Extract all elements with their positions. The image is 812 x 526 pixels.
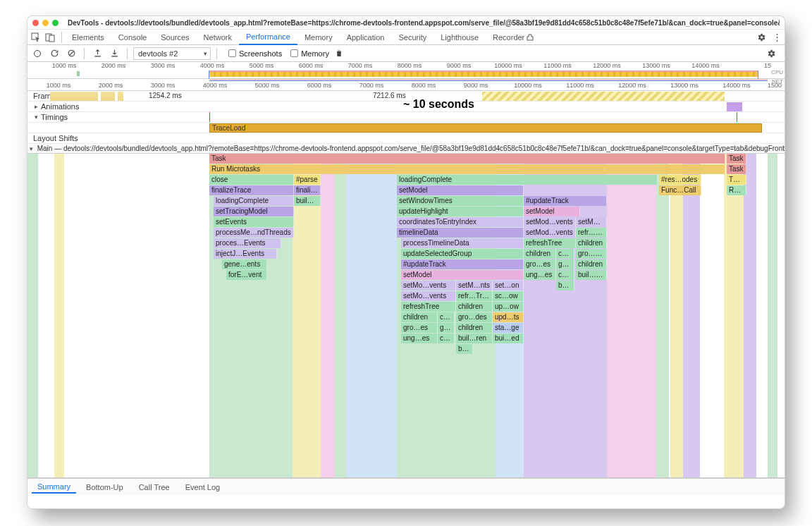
flame-block[interactable]: proces…Events <box>214 238 281 248</box>
tab-elements[interactable]: Elements <box>65 30 111 44</box>
tab-performance[interactable]: Performance <box>239 30 297 45</box>
flame-block[interactable]: buil…lls <box>294 196 321 206</box>
flame-block[interactable]: gro…des <box>456 312 493 322</box>
tab-console[interactable]: Console <box>111 30 154 44</box>
flame-block[interactable]: set…on <box>493 281 524 290</box>
reload-record-button[interactable] <box>47 47 61 61</box>
track-layout-shifts[interactable]: Layout Shifts <box>27 133 785 144</box>
tab-bottom-up[interactable]: Bottom-Up <box>80 482 129 493</box>
flame-block[interactable]: Task <box>727 154 746 164</box>
inspect-element-icon[interactable] <box>30 32 42 42</box>
tab-application[interactable]: Application <box>340 30 392 44</box>
flame-block[interactable]: setWindowTimes <box>397 196 524 206</box>
flame-block[interactable]: R… <box>727 185 746 195</box>
tab-network[interactable]: Network <box>197 30 239 44</box>
flame-block[interactable]: processMe…ndThreads <box>214 228 294 238</box>
flame-block[interactable]: buil…ren <box>576 270 607 280</box>
flame-block[interactable]: #res…odes <box>659 175 701 185</box>
flame-block[interactable]: children <box>576 259 607 269</box>
timeline-ruler[interactable]: 1000 ms 2000 ms 3000 ms 4000 ms 5000 ms … <box>27 81 785 91</box>
flame-chart[interactable]: Task Task Run Microtasks Task close #par… <box>27 154 785 478</box>
flame-block[interactable]: T… <box>727 175 746 185</box>
flame-block[interactable]: updateHighlight <box>397 207 524 216</box>
flame-block[interactable]: loadingComplete <box>214 196 294 206</box>
tab-sources[interactable]: Sources <box>154 30 196 44</box>
flame-block[interactable]: coordinatesToEntryIndex <box>397 217 524 227</box>
flame-block[interactable]: c… <box>438 312 455 322</box>
flame-block[interactable]: upd…ts <box>493 312 524 322</box>
flame-block[interactable]: children <box>401 312 438 322</box>
settings-icon[interactable] <box>756 32 772 42</box>
flame-block[interactable]: buil…ren <box>456 334 493 343</box>
flame-block[interactable]: c… <box>438 334 455 343</box>
flame-block[interactable]: updateSelectedGroup <box>401 249 524 259</box>
flame-block[interactable]: processTimelineData <box>401 238 524 248</box>
flame-block[interactable]: up…ow <box>493 302 524 312</box>
flame-block[interactable]: c…n <box>556 249 574 259</box>
traceload-bar[interactable]: TraceLoad <box>209 123 762 133</box>
flame-block[interactable]: setModel <box>397 185 524 195</box>
record-button[interactable] <box>30 47 44 61</box>
flame-block[interactable]: bui…ed <box>493 334 524 343</box>
flame-block[interactable]: b… <box>456 344 473 354</box>
flame-block[interactable]: children <box>456 302 493 312</box>
flame-block[interactable]: b…n <box>556 281 574 290</box>
flame-block[interactable]: setModel <box>524 207 580 216</box>
flame-block[interactable]: Func…Call <box>659 185 701 195</box>
capture-settings-icon[interactable] <box>766 49 782 59</box>
flame-block[interactable]: #updateTrack <box>401 259 524 269</box>
garbage-collect-button[interactable] <box>332 47 346 61</box>
load-profile-button[interactable] <box>90 47 104 61</box>
overview-ruler[interactable]: 1000 ms 2000 ms 3000 ms 4000 ms 5000 ms … <box>27 62 785 69</box>
flame-block[interactable]: Task <box>209 154 725 164</box>
flame-block[interactable]: finalizeTrace <box>209 185 294 195</box>
tab-summary[interactable]: Summary <box>32 481 76 494</box>
flame-block[interactable]: sta…ge <box>493 323 524 333</box>
flame-block[interactable]: children <box>524 249 556 259</box>
memory-checkbox[interactable]: Memory <box>290 49 329 58</box>
flame-block[interactable]: setEvents <box>214 217 294 227</box>
flame-block[interactable]: setM…nts <box>456 281 493 290</box>
flame-block[interactable]: refr…Tree <box>576 228 607 238</box>
flame-block[interactable]: setMod…vents <box>524 217 576 227</box>
flame-block[interactable]: children <box>456 323 493 333</box>
flame-block[interactable]: forE…vent <box>226 270 267 280</box>
zoom-icon[interactable] <box>52 20 59 26</box>
cpu-overview[interactable]: CPU <box>27 69 785 79</box>
main-thread-header[interactable]: ▾ Main — devtools://devtools/bundled/dev… <box>27 144 785 154</box>
flame-block[interactable]: refreshTree <box>524 238 576 248</box>
flame-block[interactable]: setModel <box>401 270 524 280</box>
flame-block[interactable]: gro…es <box>524 259 556 269</box>
flame-block[interactable]: c…n <box>556 270 574 280</box>
tab-event-log[interactable]: Event Log <box>180 482 226 493</box>
flame-block[interactable]: setTracingModel <box>214 207 294 216</box>
save-profile-button[interactable] <box>107 47 121 61</box>
track-timings-child[interactable]: TraceLoad <box>27 123 785 133</box>
flame-block[interactable]: loadingComplete <box>397 175 658 185</box>
flame-block[interactable]: Run Microtasks <box>209 164 725 174</box>
screenshots-checkbox[interactable]: Screenshots <box>228 49 282 58</box>
flame-block[interactable]: children <box>576 238 607 248</box>
flame-block[interactable]: setMo…vents <box>401 281 456 290</box>
flame-block[interactable]: gene…ents <box>222 259 267 269</box>
tab-security[interactable]: Security <box>391 30 433 44</box>
track-animations[interactable]: ▸Animations ~ 10 seconds <box>27 102 785 112</box>
flame-block[interactable]: setMo…vents <box>401 291 456 301</box>
close-icon[interactable] <box>32 20 39 26</box>
flame-block[interactable]: setM…nts <box>576 217 607 227</box>
flame-block[interactable]: refreshTree <box>401 302 456 312</box>
track-timings[interactable]: ▾Timings <box>27 112 785 123</box>
flame-block[interactable]: #parse <box>294 175 321 185</box>
more-icon[interactable]: ⋮ <box>772 32 782 42</box>
chevron-down-icon[interactable]: ▾ <box>33 114 39 121</box>
flame-block[interactable]: ung…es <box>401 334 438 343</box>
flame-block[interactable]: timelineData <box>397 228 524 238</box>
clear-button[interactable] <box>64 47 78 61</box>
flame-block[interactable]: refr…Tree <box>456 291 493 301</box>
device-toolbar-icon[interactable] <box>44 32 56 42</box>
flame-block[interactable]: close <box>209 175 294 185</box>
tab-lighthouse[interactable]: Lighthouse <box>433 30 486 44</box>
tab-memory[interactable]: Memory <box>297 30 340 44</box>
flame-block[interactable]: finalize <box>294 185 321 195</box>
flame-block[interactable]: injectJ…Events <box>214 249 277 259</box>
